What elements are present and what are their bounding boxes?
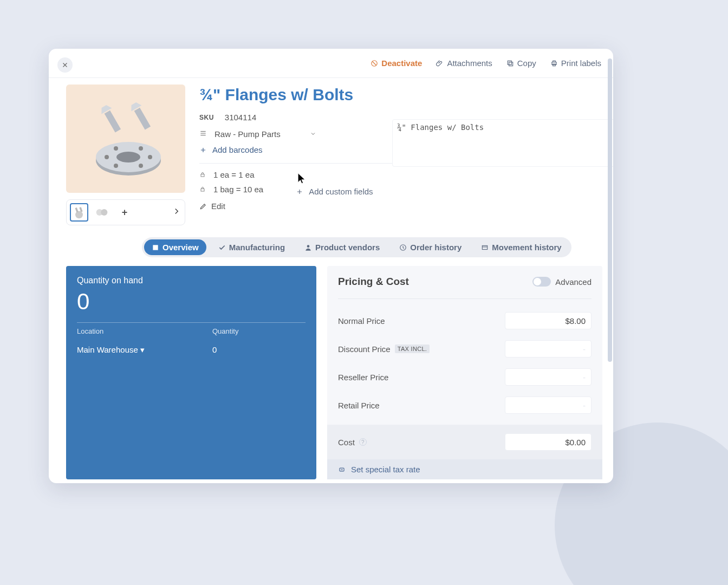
plus-icon [296, 188, 303, 196]
advanced-toggle[interactable] [532, 277, 551, 287]
tab-vendors-label: Product vendors [315, 243, 380, 252]
add-barcodes-label: Add barcodes [212, 145, 263, 154]
qoh-col-location: Location [77, 327, 212, 335]
close-button[interactable] [57, 57, 73, 73]
special-tax-link[interactable]: Set special tax rate [327, 459, 602, 479]
svg-rect-23 [201, 174, 204, 177]
qoh-col-qty: Quantity [212, 327, 238, 335]
edit-uom-button[interactable]: Edit [199, 202, 263, 211]
normal-price-input[interactable] [505, 312, 592, 329]
sku-label: SKU [199, 114, 214, 121]
retail-price-label: Retail Price [338, 401, 380, 410]
svg-rect-25 [153, 245, 158, 250]
svg-point-13 [139, 146, 143, 151]
tab-overview[interactable]: Overview [144, 239, 206, 255]
person-icon [304, 244, 312, 251]
thumbnail-next[interactable] [172, 206, 181, 218]
svg-rect-16 [134, 108, 151, 130]
pricing-title: Pricing & Cost [338, 276, 409, 288]
help-icon[interactable]: ? [359, 438, 367, 446]
quantity-on-hand-panel: Quantity on hand 0 Location Quantity Mai… [66, 266, 316, 479]
tab-movement-history[interactable]: Movement history [473, 239, 569, 255]
plus-icon [199, 146, 207, 154]
printer-icon [550, 60, 558, 67]
cost-input[interactable] [505, 433, 592, 451]
description-textarea[interactable] [392, 119, 613, 167]
prohibit-icon [370, 60, 378, 67]
add-custom-fields-label: Add custom fields [309, 187, 373, 196]
product-modal: Deactivate Attachments Copy Print labels [49, 49, 613, 483]
category-select[interactable]: Raw - Pump Parts [214, 129, 281, 139]
divider [77, 322, 306, 323]
close-icon [61, 61, 69, 69]
paperclip-icon [436, 60, 444, 67]
thumbnail-strip: + [66, 199, 185, 225]
tabs: Overview Manufacturing Product vendors O… [142, 237, 571, 257]
overview-icon [152, 244, 159, 251]
special-tax-label: Set special tax rate [351, 465, 420, 474]
svg-point-22 [101, 209, 107, 216]
tab-manufacturing-label: Manufacturing [229, 243, 285, 252]
deactivate-label: Deactivate [381, 58, 422, 68]
tab-order-history-label: Order history [410, 243, 461, 252]
svg-rect-1 [509, 62, 512, 66]
svg-point-26 [307, 245, 310, 248]
clock-icon [399, 244, 407, 251]
product-title: ¾" Flanges w/ Bolts [199, 86, 602, 104]
modal-topbar: Deactivate Attachments Copy Print labels [49, 49, 613, 78]
tab-vendors[interactable]: Product vendors [297, 239, 387, 255]
attachments-button[interactable]: Attachments [436, 58, 492, 68]
deactivate-button[interactable]: Deactivate [370, 58, 422, 68]
svg-rect-2 [508, 61, 511, 64]
uom-line-1: 1 ea = 1 ea [213, 170, 254, 179]
uom-line-2: 1 bag = 10 ea [213, 185, 263, 194]
modal-content: + ¾" Flanges w/ Bolts SKU 3104114 Raw - … [49, 78, 613, 483]
svg-point-10 [114, 164, 118, 168]
movement-icon [481, 244, 489, 251]
qoh-row-qty: 0 [212, 345, 217, 355]
retail-price-input[interactable] [505, 396, 592, 414]
reseller-price-label: Reseller Price [338, 373, 388, 382]
scrollbar[interactable] [608, 54, 612, 478]
copy-icon [506, 60, 514, 67]
tab-movement-history-label: Movement history [492, 243, 561, 252]
thumbnail-1[interactable] [70, 203, 88, 222]
tab-overview-label: Overview [162, 243, 199, 252]
print-labels-button[interactable]: Print labels [550, 58, 601, 68]
qoh-title: Quantity on hand [77, 276, 306, 285]
add-image-button[interactable]: + [115, 203, 134, 222]
svg-rect-14 [105, 110, 121, 133]
reseller-price-input[interactable] [505, 368, 592, 386]
print-labels-label: Print labels [561, 58, 601, 68]
chevron-down-icon [310, 129, 316, 139]
discount-price-label: Discount Price [338, 344, 391, 354]
normal-price-label: Normal Price [338, 316, 385, 326]
svg-point-12 [114, 146, 118, 151]
copy-label: Copy [517, 58, 536, 68]
svg-point-8 [105, 155, 109, 159]
pencil-icon [199, 203, 207, 210]
copy-button[interactable]: Copy [506, 58, 536, 68]
tab-manufacturing[interactable]: Manufacturing [211, 239, 292, 255]
add-custom-fields-link[interactable]: Add custom fields [296, 172, 373, 211]
scrollbar-thumb[interactable] [608, 58, 612, 362]
product-image[interactable] [66, 84, 185, 193]
svg-rect-19 [75, 207, 79, 212]
check-icon [218, 244, 226, 251]
list-icon [199, 129, 207, 139]
pricing-panel: Pricing & Cost Advanced Normal Price Dis… [327, 266, 602, 479]
discount-price-input[interactable] [505, 340, 592, 358]
svg-point-9 [148, 155, 152, 159]
tab-order-history[interactable]: Order history [392, 239, 469, 255]
svg-point-18 [75, 211, 83, 218]
lock-icon [199, 185, 206, 194]
edit-label: Edit [211, 202, 225, 211]
qoh-row-location[interactable]: Main Warehouse ▾ [77, 345, 212, 355]
svg-point-11 [139, 164, 143, 168]
sku-value: 3104114 [225, 113, 256, 122]
cost-label: Cost [338, 438, 355, 447]
attachments-label: Attachments [447, 58, 492, 68]
advanced-label: Advanced [555, 277, 592, 287]
svg-rect-28 [483, 245, 487, 249]
thumbnail-2[interactable] [93, 203, 111, 222]
